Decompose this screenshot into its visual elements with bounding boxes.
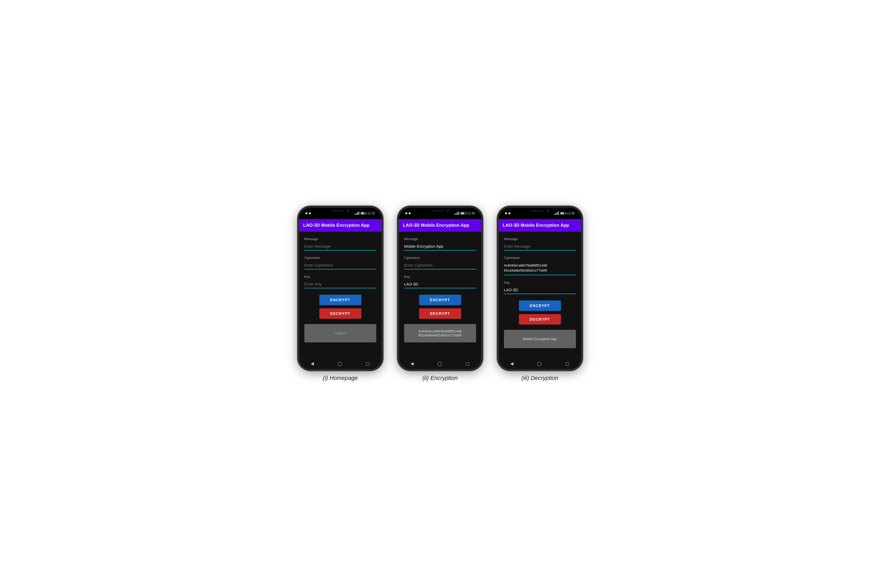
ciphertext-input[interactable]: 4c4040ecddfd78e888f514d8931d4afde482d6d2… bbox=[504, 261, 576, 275]
signal-dot2 bbox=[309, 212, 311, 214]
output-placeholder: Output bbox=[335, 331, 345, 335]
button-row: ENCRYPT DECRYPT bbox=[404, 295, 476, 319]
message-field-group: Message Enter Message bbox=[304, 237, 376, 250]
phone-encryption: 12:38 LAO-3D Mobile Encryption App Messa… bbox=[398, 207, 482, 370]
status-right: 12:38 bbox=[454, 212, 475, 215]
nav-bar: ◀ ◯ ▢ bbox=[399, 358, 481, 369]
phone-container-homepage: 12:32 LAO-3D Mobile Encryption App Messa… bbox=[298, 207, 382, 381]
decrypt-button[interactable]: DECRYPT bbox=[419, 308, 461, 319]
notch-camera bbox=[546, 210, 549, 212]
battery-icon bbox=[560, 212, 566, 214]
notch bbox=[423, 207, 457, 214]
app-bar-title: LAO-3D Mobile Encryption App bbox=[503, 223, 569, 228]
battery-icon bbox=[460, 212, 466, 214]
message-input[interactable]: Mobile Encryption App bbox=[404, 243, 476, 250]
phone-caption-encryption: (ii) Encryption bbox=[422, 375, 457, 381]
phones-row: 12:32 LAO-3D Mobile Encryption App Messa… bbox=[298, 207, 582, 381]
encrypt-button[interactable]: ENCRYPT bbox=[319, 295, 361, 305]
nav-bar: ◀ ◯ ▢ bbox=[299, 358, 382, 369]
notch-speaker bbox=[331, 210, 344, 212]
output-box: Output bbox=[304, 324, 376, 342]
message-label: Message bbox=[504, 237, 576, 241]
signal-dot bbox=[505, 212, 507, 214]
phone-container-encryption: 12:38 LAO-3D Mobile Encryption App Messa… bbox=[398, 207, 482, 381]
key-input[interactable]: Enter Key bbox=[304, 280, 376, 288]
nav-home-button[interactable]: ◯ bbox=[437, 361, 442, 366]
nav-back-button[interactable]: ◀ bbox=[510, 361, 513, 366]
key-field-group: Key Enter Key bbox=[304, 275, 376, 288]
notch-speaker bbox=[531, 210, 544, 212]
notch-speaker bbox=[431, 210, 444, 212]
status-right: 12:36 bbox=[554, 212, 575, 215]
screen-content: Message Enter Message Ciphertext 4c4040e… bbox=[499, 232, 581, 358]
screen-content: Message Enter Message Ciphertext Enter C… bbox=[299, 232, 382, 358]
notch bbox=[323, 207, 357, 214]
nav-recents-button[interactable]: ▢ bbox=[566, 361, 569, 366]
button-row: ENCRYPT DECRYPT bbox=[504, 300, 576, 325]
key-label: Key bbox=[504, 280, 576, 284]
signal-dot2 bbox=[409, 212, 411, 214]
ciphertext-field-group: Ciphertext Enter Ciphertext bbox=[304, 256, 376, 270]
message-input[interactable]: Enter Message bbox=[504, 243, 576, 250]
phone-caption-homepage: (i) Homepage bbox=[323, 375, 358, 381]
notch bbox=[523, 207, 557, 214]
phone-container-decryption: 12:36 LAO-3D Mobile Encryption App Messa… bbox=[498, 207, 582, 381]
app-bar: LAO-3D Mobile Encryption App bbox=[299, 219, 382, 232]
app-bar: LAO-3D Mobile Encryption App bbox=[399, 219, 481, 232]
decrypt-button[interactable]: DECRYPT bbox=[319, 308, 361, 319]
signal-dot bbox=[405, 212, 407, 214]
battery-icon bbox=[361, 212, 366, 214]
notch-camera bbox=[347, 210, 349, 212]
decrypt-button[interactable]: DECRYPT bbox=[519, 314, 561, 325]
app-bar: LAO-3D Mobile Encryption App bbox=[499, 219, 581, 232]
nav-home-button[interactable]: ◯ bbox=[537, 361, 542, 366]
ciphertext-input[interactable]: Enter Ciphertext bbox=[404, 261, 476, 270]
nav-home-button[interactable]: ◯ bbox=[337, 361, 342, 366]
status-left bbox=[305, 212, 311, 214]
phone-caption-decryption: (iii) Decryption bbox=[521, 375, 558, 381]
output-box: 4c4040ecddfd78e888f514d8931d4afde482d6d2… bbox=[404, 324, 476, 342]
phone-decryption: 12:36 LAO-3D Mobile Encryption App Messa… bbox=[498, 207, 582, 370]
button-row: ENCRYPT DECRYPT bbox=[304, 295, 376, 319]
notch-camera bbox=[447, 210, 449, 212]
message-label: Message bbox=[404, 237, 476, 241]
status-left bbox=[405, 212, 411, 214]
message-field-group: Message Enter Message bbox=[504, 237, 576, 250]
nav-back-button[interactable]: ◀ bbox=[311, 361, 314, 366]
key-input[interactable]: LAO-3D bbox=[504, 286, 576, 294]
key-field-group: Key LAO-3D bbox=[504, 280, 576, 294]
message-input[interactable]: Enter Message bbox=[304, 243, 376, 250]
encrypt-button[interactable]: ENCRYPT bbox=[519, 300, 561, 311]
status-bar: 12:36 bbox=[499, 207, 581, 219]
signal-dot bbox=[305, 212, 307, 214]
app-bar-title: LAO-3D Mobile Encryption App bbox=[403, 223, 469, 228]
key-field-group: Key LAO-3D bbox=[404, 275, 476, 288]
nav-recents-button[interactable]: ▢ bbox=[466, 361, 469, 366]
ciphertext-input[interactable]: Enter Ciphertext bbox=[304, 261, 376, 270]
output-box: Mobile Encryption App bbox=[504, 330, 576, 348]
nav-bar: ◀ ◯ ▢ bbox=[499, 358, 581, 369]
screen-content: Message Mobile Encryption App Ciphertext… bbox=[399, 232, 481, 358]
message-field-group: Message Mobile Encryption App bbox=[404, 237, 476, 250]
ciphertext-label: Ciphertext bbox=[404, 256, 476, 260]
status-time: 12:32 bbox=[367, 212, 375, 215]
ciphertext-label: Ciphertext bbox=[304, 256, 376, 260]
ciphertext-field-group: Ciphertext 4c4040ecddfd78e888f514d8931d4… bbox=[504, 256, 576, 275]
status-left bbox=[505, 212, 510, 214]
output-text: Mobile Encryption App bbox=[523, 337, 557, 341]
status-bar: 12:38 bbox=[399, 207, 481, 219]
ciphertext-field-group: Ciphertext Enter Ciphertext bbox=[404, 256, 476, 270]
signal-dot2 bbox=[508, 212, 510, 214]
output-text: 4c4040ecddfd78e888f514d8931d4afde482d6d2… bbox=[418, 329, 462, 337]
ciphertext-label: Ciphertext bbox=[504, 256, 576, 260]
status-bar: 12:32 bbox=[299, 207, 382, 219]
nav-recents-button[interactable]: ▢ bbox=[366, 361, 370, 366]
nav-back-button[interactable]: ◀ bbox=[411, 361, 414, 366]
status-time: 12:38 bbox=[467, 212, 475, 215]
status-time: 12:36 bbox=[567, 212, 575, 215]
encrypt-button[interactable]: ENCRYPT bbox=[419, 295, 461, 305]
key-label: Key bbox=[304, 275, 376, 279]
key-input[interactable]: LAO-3D bbox=[404, 280, 476, 288]
key-label: Key bbox=[404, 275, 476, 279]
app-bar-title: LAO-3D Mobile Encryption App bbox=[303, 223, 370, 228]
